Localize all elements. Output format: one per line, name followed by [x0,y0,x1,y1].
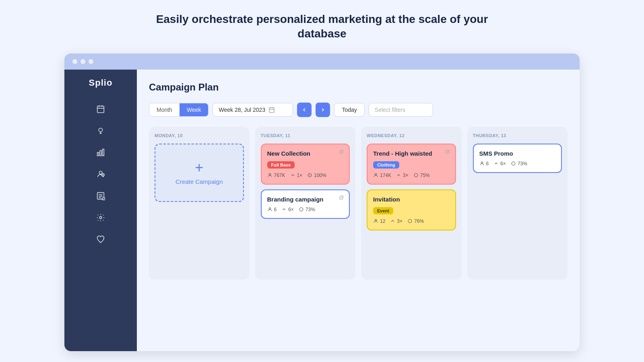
at-icon: @ [339,194,344,200]
stat-users-value: 6 [486,161,489,167]
filter-input[interactable]: Select filters [369,103,433,117]
day-header-wednesday: WEDNESDAY, 12 [367,133,456,138]
stat-users-value: 767K [274,173,285,178]
svg-point-27 [299,208,303,211]
create-campaign-plus: + [195,160,203,175]
at-icon: @ [445,148,450,154]
sidebar-icon-user[interactable] [92,165,109,183]
card-tag: Full Base [267,161,295,169]
stat-open: 75% [413,173,430,178]
today-btn[interactable]: Today [334,103,364,117]
stat-sends: 6× [281,207,294,212]
create-campaign-box[interactable]: + Create Campaign [155,144,244,202]
card-stats: 174K 3× 75% [373,173,450,178]
stat-open-value: 76% [414,218,424,224]
sidebar-icon-bulb[interactable] [92,122,109,140]
browser-window: Splio [64,53,580,351]
day-column-monday: MONDAY, 10 + Create Campaign [149,127,250,280]
sidebar-icon-calendar[interactable] [92,100,109,118]
calendar-grid: MONDAY, 10 + Create Campaign TUESDAY, 11… [149,127,568,280]
campaign-card-invitation[interactable]: Invitation Event 12 3× [367,189,456,230]
browser-dot-1 [72,59,77,64]
stat-open-value: 100% [314,173,326,178]
at-icon: @ [339,148,344,154]
stat-users: 6 [267,207,277,212]
stat-sends-value: 3× [397,218,402,224]
svg-rect-0 [97,106,104,113]
svg-point-29 [414,173,418,177]
stat-users-value: 174K [380,173,391,178]
svg-point-32 [481,162,483,163]
stat-sends: 1× [290,173,303,178]
card-title: Trend - High waisted [373,150,450,157]
card-title: Branding campaign [267,196,344,203]
stat-sends: 6× [493,161,506,167]
card-tag: Event [373,207,393,214]
svg-point-31 [408,219,412,223]
campaign-card-branding[interactable]: @ Branding campaign 6 6× [261,189,350,219]
stat-open-value: 73% [518,161,527,167]
stat-sends-value: 3× [403,173,409,178]
prev-week-btn[interactable] [297,103,312,117]
main-content: Campaign Plan Month Week Week 28, Jul 20… [137,70,580,351]
chevron-right-icon [320,107,326,113]
svg-rect-9 [103,149,104,156]
stat-users: 6 [479,161,489,167]
stat-sends: 3× [390,218,402,224]
stat-sends: 3× [396,173,409,178]
main-headline: Easily orchestrate personalized marketin… [141,12,503,41]
stat-sends-value: 6× [288,207,294,212]
card-title: Invitation [373,196,450,203]
stat-users: 767K [267,173,285,178]
view-toggle: Month Week [149,103,208,117]
stat-open: 100% [307,173,326,178]
toolbar: Month Week Week 28, Jul 2023 [149,103,568,117]
create-campaign-label: Create Campaign [175,178,223,185]
card-title: New Collection [267,150,344,157]
card-title: SMS Promo [479,150,556,157]
next-week-btn[interactable] [316,103,330,117]
browser-topbar [64,53,580,70]
stat-sends-value: 6× [500,161,506,167]
card-stats: 12 3× 76% [373,218,450,224]
svg-point-19 [99,216,102,219]
campaign-card-sms-promo[interactable]: SMS Promo 6 6× [473,144,562,173]
view-month-btn[interactable]: Month [149,103,180,116]
stat-open-value: 75% [420,173,430,178]
stat-open-value: 73% [305,207,315,212]
svg-point-33 [512,162,515,165]
browser-dot-2 [80,59,85,64]
card-stats: 767K 1× 100% [267,173,344,178]
day-header-monday: MONDAY, 10 [155,133,244,138]
date-display[interactable]: Week 28, Jul 2023 [213,103,293,117]
page-title: Campaign Plan [149,82,568,93]
stat-users-value: 12 [380,218,385,224]
svg-point-24 [269,173,270,175]
stat-open: 73% [511,161,527,167]
stat-users-value: 6 [274,207,277,212]
svg-rect-20 [269,107,274,112]
view-week-btn[interactable]: Week [180,103,208,116]
campaign-card-trend[interactable]: @ Trend - High waisted Clothing 174K 3× [367,144,456,185]
campaign-card-new-collection[interactable]: @ New Collection Full Base 767K 1× [261,144,350,185]
sidebar-icon-heart[interactable] [92,230,109,248]
day-column-wednesday: WEDNESDAY, 12 @ Trend - High waisted Clo… [361,127,462,280]
sidebar-icon-list[interactable] [92,187,109,205]
stat-open: 76% [407,218,424,224]
card-stats: 6 6× 73% [479,161,556,167]
sidebar-logo: Splio [89,78,113,88]
stat-users: 12 [373,218,385,224]
calendar-icon [268,107,275,113]
svg-point-4 [99,128,102,132]
browser-dot-3 [89,59,93,64]
browser-body: Splio [64,70,580,351]
day-column-thursday: THURSDAY, 13 SMS Promo 6 6× [467,127,568,280]
stat-sends-value: 1× [297,173,303,178]
stat-open: 73% [299,207,315,212]
sidebar-icon-gear[interactable] [92,209,109,226]
card-stats: 6 6× 73% [267,207,344,212]
sidebar-icon-chart[interactable] [92,144,109,161]
svg-point-26 [269,208,270,209]
day-header-tuesday: TUESDAY, 11 [261,133,350,138]
stat-users: 174K [373,173,391,178]
